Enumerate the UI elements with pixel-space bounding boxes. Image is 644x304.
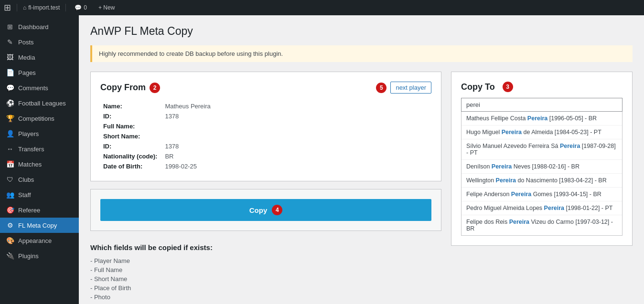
site-link[interactable]: ⌂ fl-import.test	[23, 4, 60, 11]
competitions-icon: 🏆	[6, 115, 14, 122]
comments-count: 0	[84, 4, 87, 11]
dashboard-icon: ⊞	[6, 23, 14, 31]
player-id2-row: ID: 1378	[100, 141, 214, 151]
sidebar-label-transfers: Transfers	[18, 146, 44, 153]
field-item: - BIO	[90, 302, 441, 304]
pages-icon: 📄	[6, 69, 14, 76]
sidebar-item-fl-meta-copy[interactable]: ⚙FL Meta Copy	[0, 218, 79, 233]
player-fullname-row: Full Name:	[100, 121, 214, 131]
field-item: - Full Name	[90, 265, 441, 274]
copy-from-header: Copy From 2 5 next player	[100, 82, 431, 94]
sidebar-label-comments: Comments	[18, 84, 48, 92]
sidebar-label-referee: Referee	[18, 207, 40, 214]
football-leagues-icon: ⚽	[6, 99, 14, 107]
highlight-text: Pereira	[527, 115, 547, 122]
nationality-value: BR	[162, 151, 213, 161]
dropdown-item[interactable]: Matheus Fellipe Costa Pereira [1996-05-0…	[462, 112, 622, 126]
sidebar-item-matches[interactable]: 📅Matches	[0, 157, 79, 172]
notice-warning: Highly recommended to create DB backup b…	[90, 45, 633, 62]
field-item: - Short Name	[90, 274, 441, 283]
sidebar-item-pages[interactable]: 📄Pages	[0, 65, 79, 80]
field-item: - Photo	[90, 293, 441, 302]
sidebar-item-football-leagues[interactable]: ⚽Football Leagues	[0, 95, 79, 111]
name-value: Matheus Pereira	[162, 101, 213, 111]
sidebar-label-pages: Pages	[18, 69, 36, 76]
matches-icon: 📅	[6, 160, 14, 168]
wp-logo-icon: ⊞	[4, 2, 11, 13]
comment-icon: 💬	[75, 4, 82, 11]
sidebar-item-transfers[interactable]: ↔Transfers	[0, 141, 79, 157]
sidebar-label-matches: Matches	[18, 161, 42, 168]
highlight-text: Pereira	[496, 177, 516, 184]
sidebar-item-posts[interactable]: ✎Posts	[0, 34, 79, 50]
copy-from-badge: 2	[150, 83, 160, 93]
copy-from-title: Copy From 2	[100, 83, 160, 93]
copy-to-dropdown: Matheus Fellipe Costa Pereira [1996-05-0…	[461, 112, 623, 236]
player-name-row: Name: Matheus Pereira	[100, 101, 214, 111]
sidebar-label-plugins: Plugins	[18, 252, 39, 260]
new-content-button[interactable]: + New	[96, 4, 118, 11]
new-label: + New	[98, 4, 115, 11]
sidebar-label-competitions: Competitions	[18, 115, 54, 122]
sidebar-label-media: Media	[18, 54, 35, 61]
sidebar-label-staff: Staff	[18, 191, 31, 199]
copy-button-area: Copy 4	[90, 189, 441, 231]
copy-to-search-input[interactable]	[461, 98, 623, 112]
sidebar-item-media[interactable]: 🖼Media	[0, 50, 79, 65]
copy-button[interactable]: Copy 4	[100, 199, 431, 221]
name-label: Name:	[100, 101, 162, 111]
site-name: fl-import.test	[28, 4, 60, 11]
media-icon: 🖼	[6, 53, 14, 61]
dropdown-item[interactable]: Felipe Anderson Pereira Gomes [1993-04-1…	[462, 188, 622, 201]
comments-icon: 💬	[6, 84, 14, 92]
sidebar-label-players: Players	[18, 130, 39, 137]
main-layout: ⊞Dashboard✎Posts🖼Media📄Pages💬Comments⚽Fo…	[0, 15, 644, 304]
dropdown-item[interactable]: Wellington Pereira do Nascimento [1983-0…	[462, 174, 622, 188]
copy-from-panel: Copy From 2 5 next player Name: Math	[90, 72, 441, 181]
player-nationality-row: Nationality (code): BR	[100, 151, 214, 161]
dob-label: Date of Birth:	[100, 161, 162, 171]
sidebar-item-players[interactable]: 👤Players	[0, 126, 79, 141]
sidebar-label-fl-meta-copy: FL Meta Copy	[18, 222, 57, 229]
two-col-layout: Copy From 2 5 next player Name: Math	[90, 72, 633, 304]
dropdown-item[interactable]: Sílvio Manuel Azevedo Ferreira Sá Pereir…	[462, 139, 622, 160]
copy-from-title-text: Copy From	[100, 83, 146, 93]
sidebar-item-competitions[interactable]: 🏆Competitions	[0, 111, 79, 126]
sidebar-item-dashboard[interactable]: ⊞Dashboard	[0, 19, 79, 34]
clubs-icon: 🛡	[6, 176, 14, 183]
sidebar-item-staff[interactable]: 👥Staff	[0, 187, 79, 202]
copy-button-label: Copy	[249, 206, 268, 214]
highlight-text: Pereira	[560, 143, 580, 149]
sidebar-item-appearance[interactable]: 🎨Appearance	[0, 233, 79, 248]
sidebar-label-football-leagues: Football Leagues	[18, 100, 66, 107]
id2-value: 1378	[162, 141, 213, 151]
sidebar-item-referee[interactable]: 🎯Referee	[0, 202, 79, 218]
page-title: AnWP FL Meta Copy	[90, 25, 633, 38]
sidebar-item-clubs[interactable]: 🛡Clubs	[0, 172, 79, 187]
field-item: - Player Name	[90, 256, 441, 265]
highlight-text: Pereira	[544, 205, 564, 211]
highlight-text: Pereira	[492, 163, 512, 170]
id-label: ID:	[100, 111, 162, 121]
dropdown-item[interactable]: Hugo Miguel Pereira de Almeida [1984-05-…	[462, 126, 622, 139]
comments-link[interactable]: 💬 0	[72, 4, 90, 11]
staff-icon: 👥	[6, 191, 14, 199]
fields-title: Which fields will be copied if exists:	[90, 243, 441, 252]
sidebar-item-comments[interactable]: 💬Comments	[0, 80, 79, 95]
next-player-button[interactable]: next player	[390, 82, 431, 94]
sidebar-label-clubs: Clubs	[18, 176, 34, 183]
appearance-icon: 🎨	[6, 237, 14, 244]
fl-meta-copy-icon: ⚙	[6, 221, 14, 229]
dropdown-item[interactable]: Denílson Pereira Neves [1988-02-16] - BR	[462, 160, 622, 174]
copy-to-panel: Copy To 3 Matheus Fellipe Costa Pereira …	[451, 72, 633, 246]
dropdown-item[interactable]: Pedro Miguel Almeida Lopes Pereira [1998…	[462, 201, 622, 215]
fields-panel: Which fields will be copied if exists: -…	[90, 239, 441, 304]
sidebar-label-dashboard: Dashboard	[18, 23, 49, 31]
sidebar-label-appearance: Appearance	[18, 237, 52, 244]
sidebar-item-plugins[interactable]: 🔌Plugins	[0, 248, 79, 263]
right-column: Copy To 3 Matheus Fellipe Costa Pereira …	[451, 72, 633, 246]
copy-to-title: Copy To	[461, 82, 495, 92]
dropdown-item[interactable]: Felipe dos Reis Pereira Vizeu do Carmo […	[462, 215, 622, 236]
dob-value: 1998-02-25	[162, 161, 213, 171]
id-value: 1378	[162, 111, 213, 121]
